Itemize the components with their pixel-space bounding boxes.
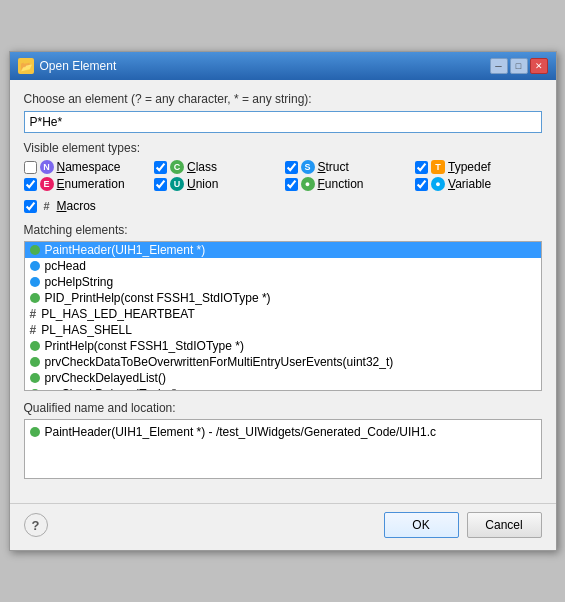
checkbox-item-enumeration[interactable]: E Enumeration [24,177,151,191]
dialog-title: Open Element [40,59,117,73]
checkbox-item-struct[interactable]: S Struct [285,160,412,174]
search-input[interactable] [24,111,542,133]
checkbox-typedef[interactable] [415,161,428,174]
dot-icon [30,373,40,383]
list-item[interactable]: prvCheckDelayedTasks() [25,386,541,391]
macros-row[interactable]: # Macros [24,199,542,213]
list-item[interactable]: # PL_HAS_SHELL [25,322,541,338]
list-item-text: pcHelpString [45,275,114,289]
list-item-text: PID_PrintHelp(const FSSH1_StdIOType *) [45,291,271,305]
checkbox-item-union[interactable]: U Union [154,177,281,191]
qualified-name-text: PaintHeader(UIH1_Element *) - /test_UIWi… [45,425,437,439]
dialog-icon: 📂 [18,58,34,74]
dot-icon [30,261,40,271]
checkbox-item-variable[interactable]: ● Variable [415,177,542,191]
cancel-button[interactable]: Cancel [467,512,542,538]
typedef-icon: T [431,160,445,174]
checkboxes-grid: N Namespace C Class S Struct T Typedef [24,160,542,191]
matching-elements-label: Matching elements: [24,223,542,237]
restore-button[interactable]: □ [510,58,528,74]
enum-icon: E [40,177,54,191]
ok-button[interactable]: OK [384,512,459,538]
checkbox-variable[interactable] [415,178,428,191]
search-label: Choose an element (? = any character, * … [24,92,542,106]
list-item-text: prvCheckDelayedTasks() [45,387,178,391]
checkbox-function[interactable] [285,178,298,191]
dot-icon [30,277,40,287]
list-item-text: PrintHelp(const FSSH1_StdIOType *) [45,339,244,353]
checkbox-macros[interactable] [24,200,37,213]
checkbox-item-class[interactable]: C Class [154,160,281,174]
union-label: Union [187,177,218,191]
function-icon: ● [301,177,315,191]
checkbox-item-typedef[interactable]: T Typedef [415,160,542,174]
hash-icon: # [30,323,37,337]
visible-types-label: Visible element types: [24,141,542,155]
qualified-dot-icon [30,427,40,437]
function-label: Function [318,177,364,191]
title-bar-left: 📂 Open Element [18,58,117,74]
dot-icon [30,245,40,255]
list-item-text: prvCheckDelayedList() [45,371,166,385]
dot-icon [30,341,40,351]
checkbox-class[interactable] [154,161,167,174]
minimize-button[interactable]: ─ [490,58,508,74]
checkbox-item-namespace[interactable]: N Namespace [24,160,151,174]
checkbox-struct[interactable] [285,161,298,174]
dot-icon [30,357,40,367]
qualified-label: Qualified name and location: [24,401,542,415]
list-item-text: PL_HAS_LED_HEARTBEAT [41,307,195,321]
list-item[interactable]: prvCheckDataToBeOverwrittenForMultiEntry… [25,354,541,370]
typedef-label: Typedef [448,160,491,174]
variable-icon: ● [431,177,445,191]
dialog-body: Choose an element (? = any character, * … [10,80,556,503]
close-button[interactable]: ✕ [530,58,548,74]
class-icon: C [170,160,184,174]
list-item-text: pcHead [45,259,86,273]
list-item[interactable]: pcHelpString [25,274,541,290]
checkbox-enumeration[interactable] [24,178,37,191]
struct-label: Struct [318,160,349,174]
bottom-bar: ? OK Cancel [10,503,556,550]
list-item-text: PaintHeader(UIH1_Element *) [45,243,206,257]
struct-icon: S [301,160,315,174]
macros-label: Macros [57,199,96,213]
list-item[interactable]: # PL_HAS_LED_HEARTBEAT [25,306,541,322]
list-item[interactable]: pcHead [25,258,541,274]
namespace-icon: N [40,160,54,174]
help-button[interactable]: ? [24,513,48,537]
matching-elements-list[interactable]: PaintHeader(UIH1_Element *) pcHead pcHel… [24,241,542,391]
checkbox-union[interactable] [154,178,167,191]
hash-icon: # [30,307,37,321]
variable-label: Variable [448,177,491,191]
list-item[interactable]: PID_PrintHelp(const FSSH1_StdIOType *) [25,290,541,306]
list-item-text: prvCheckDataToBeOverwrittenForMultiEntry… [45,355,394,369]
macros-icon: # [40,199,54,213]
union-icon: U [170,177,184,191]
qualified-name-box: PaintHeader(UIH1_Element *) - /test_UIWi… [24,419,542,479]
open-element-dialog: 📂 Open Element ─ □ ✕ Choose an element (… [9,51,557,551]
checkbox-namespace[interactable] [24,161,37,174]
title-bar: 📂 Open Element ─ □ ✕ [10,52,556,80]
dot-icon [30,389,40,391]
list-item[interactable]: prvCheckDelayedList() [25,370,541,386]
dot-icon [30,293,40,303]
class-label: Class [187,160,217,174]
enumeration-label: Enumeration [57,177,125,191]
list-item-text: PL_HAS_SHELL [41,323,132,337]
list-item[interactable]: PrintHelp(const FSSH1_StdIOType *) [25,338,541,354]
title-controls: ─ □ ✕ [490,58,548,74]
button-group: OK Cancel [384,512,542,538]
checkbox-item-function[interactable]: ● Function [285,177,412,191]
list-item[interactable]: PaintHeader(UIH1_Element *) [25,242,541,258]
namespace-label: Namespace [57,160,121,174]
